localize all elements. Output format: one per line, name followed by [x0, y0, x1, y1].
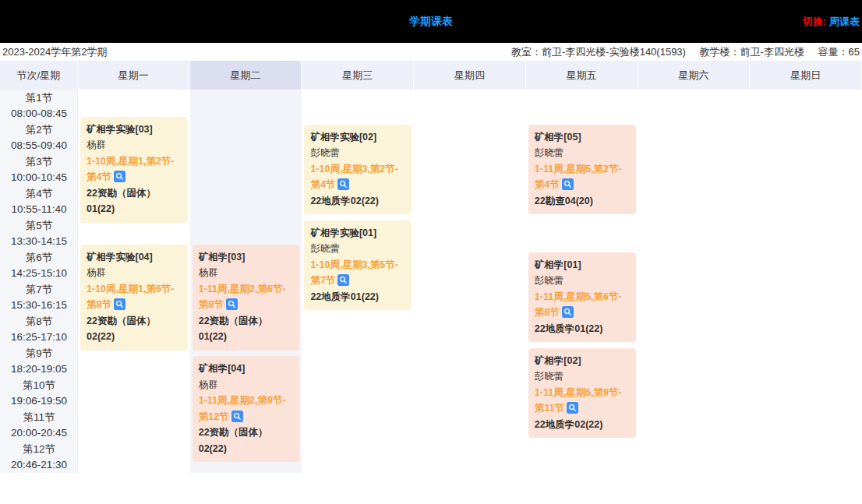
search-icon[interactable] [562, 306, 574, 318]
search-icon[interactable] [337, 274, 349, 286]
view-switch[interactable]: 切换: 周课表 [803, 15, 860, 29]
period-time: 18:20-19:05 [0, 361, 78, 377]
period-cell: 第2节08:55-09:40 [0, 122, 78, 153]
course-schedule-text: 1-11周,星期2,第6节-第8节 [199, 284, 286, 311]
period-time: 13:30-14:15 [0, 234, 78, 249]
room-field: 教室：前卫-李四光楼-实验楼140(1593) [511, 46, 686, 58]
period-time: 20:00-20:45 [0, 425, 78, 441]
period-name: 第2节 [0, 122, 78, 138]
search-icon[interactable] [567, 402, 578, 414]
course-schedule: 1-11周,星期2,第9节-第12节 [199, 393, 294, 425]
period-cell: 第6节14:25-15:10 [0, 249, 78, 281]
course-card[interactable]: 矿相学[05] 彭晓蕾 1-11周,星期5,第2节-第4节 22勘查04(20) [528, 125, 636, 215]
course-schedule: 1-11周,星期2,第6节-第8节 [199, 281, 294, 313]
course-title: 矿相学实验[02] [310, 129, 405, 146]
search-icon[interactable] [226, 298, 238, 310]
course-class: 22地质学02(22) [310, 193, 405, 210]
capacity-value: 65 [849, 46, 860, 58]
course-schedule: 1-10周,星期1,第2节-第4节 [87, 153, 182, 185]
period-name: 第9节 [0, 346, 78, 361]
course-class: 22资勘（固体）02(22) [87, 313, 182, 345]
course-class: 22资勘（固体）02(22) [199, 425, 294, 456]
period-cell: 第12节20:46-21:30 [0, 441, 78, 473]
course-title: 矿相学实验[04] [87, 249, 182, 266]
period-time: 08:00-08:45 [0, 106, 78, 122]
course-teacher: 彭晓蕾 [535, 368, 630, 385]
period-cell: 第5节13:30-14:15 [0, 217, 78, 249]
course-card[interactable]: 矿相学[04] 杨群 1-11周,星期2,第9节-第12节 22资勘（固体）02… [193, 356, 300, 462]
course-schedule: 1-11周,星期5,第2节-第4节 [535, 161, 630, 193]
course-class: 22资勘（固体）01(22) [87, 185, 182, 217]
period-cell: 第8节16:25-17:10 [0, 313, 78, 345]
course-title: 矿相学[01] [535, 257, 630, 273]
period-time: 15:30-16:15 [0, 298, 78, 313]
day-header-sun: 星期日 [750, 61, 862, 90]
course-schedule: 1-10周,星期3,第2节-第4节 [310, 161, 405, 193]
course-title: 矿相学实验[01] [310, 225, 405, 241]
capacity-field: 容量：65 [818, 46, 860, 58]
course-class: 22勘查04(20) [535, 193, 630, 210]
search-icon[interactable] [231, 411, 243, 422]
course-class: 22资勘（固体）01(22) [199, 313, 294, 345]
period-name: 第1节 [0, 90, 78, 106]
search-icon[interactable] [114, 298, 125, 310]
period-name: 第8节 [0, 314, 78, 330]
period-name: 第11节 [0, 410, 78, 425]
course-schedule-text: 1-11周,星期5,第6节-第8节 [535, 291, 622, 319]
course-teacher: 彭晓蕾 [535, 273, 630, 289]
course-title: 矿相学[02] [535, 353, 630, 369]
course-card[interactable]: 矿相学[03] 杨群 1-11周,星期2,第6节-第8节 22资勘（固体）01(… [193, 245, 300, 351]
period-name: 第4节 [0, 186, 78, 202]
course-schedule: 1-11周,星期5,第6节-第8节 [535, 289, 630, 321]
course-schedule-text: 1-11周,星期5,第2节-第4节 [535, 164, 622, 191]
period-time: 14:25-15:10 [0, 266, 78, 281]
building-value: 前卫-李四光楼 [740, 46, 804, 58]
page-title: 学期课表 [409, 15, 453, 29]
semester-text: 2023-2024学年第2学期 [2, 45, 107, 59]
period-cell: 第10节19:06-19:50 [0, 377, 78, 409]
period-cell: 第7节15:30-16:15 [0, 281, 78, 313]
course-title: 矿相学[04] [199, 361, 294, 377]
course-schedule-text: 1-10周,星期1,第6节-第8节 [87, 284, 175, 311]
period-name: 第7节 [0, 282, 78, 298]
course-teacher: 杨群 [199, 377, 294, 393]
switch-week-view-link[interactable]: 周课表 [829, 16, 860, 27]
course-schedule-text: 1-10周,星期3,第5节-第7节 [310, 259, 398, 287]
course-card[interactable]: 矿相学实验[04] 杨群 1-10周,星期1,第6节-第8节 22资勘（固体）0… [80, 245, 188, 351]
course-schedule-text: 1-10周,星期1,第2节-第4节 [87, 156, 175, 183]
building-field: 教学楼：前卫-李四光楼 [700, 46, 804, 58]
period-cell: 第3节10:00-10:45 [0, 153, 78, 185]
room-value: 前卫-李四光楼-实验楼140(1593) [542, 46, 686, 58]
period-time: 16:25-17:10 [0, 330, 78, 345]
course-teacher: 彭晓蕾 [535, 145, 630, 161]
timetable: 节次/星期 星期一 星期二 星期三 星期四 星期五 星期六 星期日 第1节08:… [0, 61, 862, 473]
course-teacher: 彭晓蕾 [310, 241, 405, 257]
course-card[interactable]: 矿相学实验[02] 彭晓蕾 1-10周,星期3,第2节-第4节 22地质学02(… [304, 125, 412, 215]
search-icon[interactable] [562, 178, 574, 190]
course-class: 22地质学01(22) [310, 289, 405, 305]
corner-header: 节次/星期 [0, 61, 78, 90]
course-card[interactable]: 矿相学[02] 彭晓蕾 1-11周,星期5,第9节-第11节 22地质学02(2… [528, 348, 636, 439]
switch-label: 切换: [803, 16, 826, 27]
info-bar: 2023-2024学年第2学期 教室：前卫-李四光楼-实验楼140(1593) … [0, 43, 862, 61]
day-header-tue: 星期二 [190, 61, 302, 90]
period-name: 第12节 [0, 442, 78, 457]
course-teacher: 彭晓蕾 [310, 145, 405, 161]
course-title: 矿相学实验[03] [87, 122, 182, 138]
course-class: 22地质学01(22) [535, 321, 630, 337]
course-card[interactable]: 矿相学实验[01] 彭晓蕾 1-10周,星期3,第5节-第7节 22地质学01(… [304, 220, 412, 311]
day-header-fri: 星期五 [526, 61, 638, 90]
capacity-label: 容量： [818, 46, 849, 58]
course-title: 矿相学[03] [199, 249, 294, 266]
period-cell: 第4节10:55-11:40 [0, 185, 78, 217]
search-icon[interactable] [337, 178, 349, 190]
course-card[interactable]: 矿相学[01] 彭晓蕾 1-11周,星期5,第6节-第8节 22地质学01(22… [528, 252, 636, 343]
day-header-thu: 星期四 [414, 61, 526, 90]
top-bar: 学期课表 切换: 周课表 [0, 0, 862, 43]
period-cell: 第9节18:20-19:05 [0, 345, 78, 377]
course-card[interactable]: 矿相学实验[03] 杨群 1-10周,星期1,第2节-第4节 22资勘（固体）0… [80, 117, 188, 223]
search-icon[interactable] [114, 171, 125, 182]
course-teacher: 杨群 [87, 265, 182, 281]
day-header-sat: 星期六 [638, 61, 751, 90]
period-name: 第6节 [0, 250, 78, 266]
